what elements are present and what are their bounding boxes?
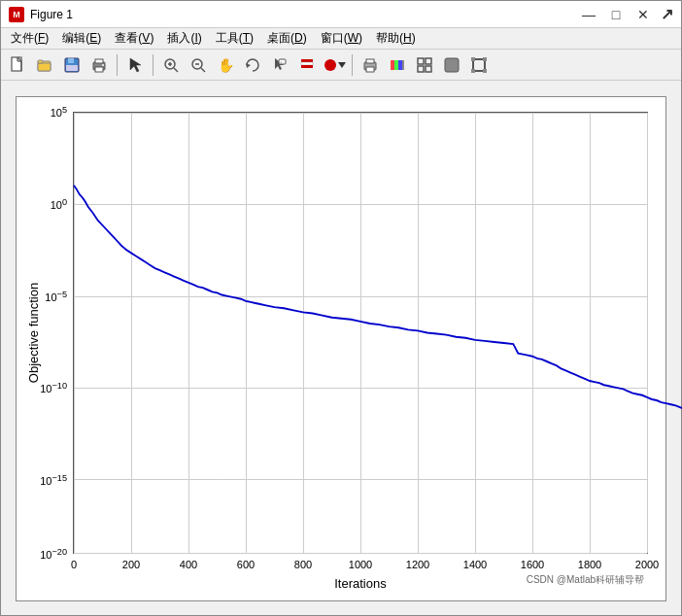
svg-rect-32 bbox=[366, 59, 374, 63]
zoom-out-button[interactable] bbox=[186, 52, 211, 78]
arrow-indicator: ↗ bbox=[661, 5, 673, 23]
menu-view[interactable]: 查看(V) bbox=[109, 28, 159, 49]
colormap-button[interactable] bbox=[385, 52, 410, 78]
svg-point-12 bbox=[102, 64, 104, 66]
svg-rect-44 bbox=[471, 57, 475, 61]
colorpicker-arrow bbox=[337, 58, 347, 72]
x-tick-2000: 2000 bbox=[635, 559, 659, 570]
square-button[interactable] bbox=[466, 52, 492, 78]
svg-marker-13 bbox=[130, 58, 141, 72]
pan-button[interactable]: ✋ bbox=[213, 52, 238, 78]
svg-rect-37 bbox=[402, 60, 404, 70]
plot-line-svg bbox=[74, 113, 647, 553]
svg-line-15 bbox=[174, 68, 178, 72]
title-left: M Figure 1 bbox=[9, 7, 73, 22]
toolbar-separator-1 bbox=[117, 54, 118, 76]
axes: 0 200 400 600 800 1000 1200 1400 1600 18… bbox=[73, 112, 648, 554]
menu-tools[interactable]: 工具(T) bbox=[210, 28, 259, 49]
save-button[interactable] bbox=[59, 52, 85, 78]
svg-marker-22 bbox=[246, 63, 251, 68]
y-tick-5: 105 bbox=[51, 105, 67, 120]
svg-rect-35 bbox=[394, 60, 398, 70]
window-title: Figure 1 bbox=[30, 8, 73, 21]
y-tick-n5: 10−5 bbox=[45, 289, 67, 303]
svg-rect-36 bbox=[398, 60, 402, 70]
x-tick-0: 0 bbox=[71, 559, 77, 570]
x-tick-200: 200 bbox=[122, 559, 140, 570]
svg-rect-46 bbox=[471, 69, 475, 73]
select-tool[interactable] bbox=[122, 52, 148, 78]
main-window: M Figure 1 — □ ✕ ↗ 文件(F) 编辑(E) 查看(V) 插入(… bbox=[0, 0, 682, 616]
svg-rect-10 bbox=[95, 59, 103, 63]
svg-rect-40 bbox=[418, 66, 424, 72]
x-tick-800: 800 bbox=[294, 559, 312, 570]
new-button[interactable] bbox=[5, 52, 30, 78]
y-tick-0: 100 bbox=[51, 196, 67, 211]
x-tick-1000: 1000 bbox=[349, 559, 372, 570]
svg-rect-7 bbox=[68, 58, 74, 63]
svg-rect-8 bbox=[66, 65, 78, 71]
minimize-button[interactable]: — bbox=[575, 5, 602, 24]
x-tick-1800: 1800 bbox=[578, 559, 601, 570]
svg-text:✋: ✋ bbox=[218, 57, 234, 74]
svg-rect-38 bbox=[418, 58, 424, 64]
y-tick-n15: 10−15 bbox=[40, 473, 67, 488]
print-button[interactable] bbox=[86, 52, 112, 78]
gray-button[interactable] bbox=[439, 52, 464, 78]
rotate-button[interactable] bbox=[240, 52, 265, 78]
window-controls: — □ ✕ bbox=[575, 5, 657, 24]
grid-h-5 bbox=[74, 553, 647, 554]
svg-marker-30 bbox=[338, 62, 346, 68]
x-tick-400: 400 bbox=[180, 559, 197, 570]
svg-rect-41 bbox=[426, 66, 431, 72]
svg-rect-42 bbox=[445, 58, 459, 72]
open-button[interactable] bbox=[32, 52, 57, 78]
figure-container: Objective function bbox=[16, 96, 666, 601]
svg-rect-47 bbox=[483, 69, 487, 73]
svg-rect-27 bbox=[301, 62, 313, 65]
menu-window[interactable]: 窗口(W) bbox=[315, 28, 368, 49]
y-tick-labels: 105 100 10−5 10−10 10−15 10−20 bbox=[17, 112, 73, 554]
svg-rect-34 bbox=[391, 60, 394, 70]
menu-desktop[interactable]: 桌面(D) bbox=[261, 28, 313, 49]
svg-rect-5 bbox=[38, 60, 43, 63]
layout-button[interactable] bbox=[412, 52, 437, 78]
svg-rect-39 bbox=[426, 58, 431, 64]
watermark: CSDN @Matlab科研辅导帮 bbox=[527, 573, 644, 587]
svg-line-19 bbox=[201, 68, 205, 72]
menu-bar: 文件(F) 编辑(E) 查看(V) 插入(I) 工具(T) 桌面(D) 窗口(W… bbox=[1, 28, 681, 50]
y-tick-n20: 10−20 bbox=[40, 547, 67, 562]
maximize-button[interactable]: □ bbox=[602, 5, 630, 24]
print2-button[interactable] bbox=[358, 52, 383, 78]
close-button[interactable]: ✕ bbox=[630, 5, 657, 24]
zoom-in-button[interactable] bbox=[158, 52, 184, 78]
x-tick-1200: 1200 bbox=[406, 559, 429, 570]
toolbar: ✋ + bbox=[1, 50, 681, 81]
title-bar: M Figure 1 — □ ✕ ↗ bbox=[1, 1, 681, 28]
menu-help[interactable]: 帮助(H) bbox=[370, 28, 422, 49]
svg-rect-11 bbox=[95, 67, 103, 72]
menu-file[interactable]: 文件(F) bbox=[5, 28, 54, 49]
svg-rect-28 bbox=[301, 65, 313, 68]
grid-v-10 bbox=[647, 113, 648, 553]
y-tick-n10: 10−10 bbox=[40, 381, 67, 395]
brush-button[interactable] bbox=[294, 52, 320, 78]
svg-rect-26 bbox=[301, 59, 313, 62]
toolbar-separator-3 bbox=[352, 54, 353, 76]
datacursor-button[interactable]: + bbox=[267, 52, 292, 78]
menu-edit[interactable]: 编辑(E) bbox=[56, 28, 107, 49]
toolbar-separator-2 bbox=[153, 54, 153, 76]
svg-rect-4 bbox=[38, 63, 51, 71]
svg-rect-45 bbox=[483, 57, 487, 61]
menu-insert[interactable]: 插入(I) bbox=[161, 28, 207, 49]
svg-rect-33 bbox=[366, 67, 374, 72]
x-tick-1400: 1400 bbox=[463, 559, 487, 570]
svg-point-29 bbox=[324, 59, 336, 71]
plot-area: Objective function bbox=[1, 81, 681, 615]
colorpicker-icon bbox=[324, 58, 337, 72]
x-tick-1600: 1600 bbox=[521, 559, 544, 570]
x-tick-600: 600 bbox=[237, 559, 255, 570]
app-icon: M bbox=[9, 7, 24, 22]
